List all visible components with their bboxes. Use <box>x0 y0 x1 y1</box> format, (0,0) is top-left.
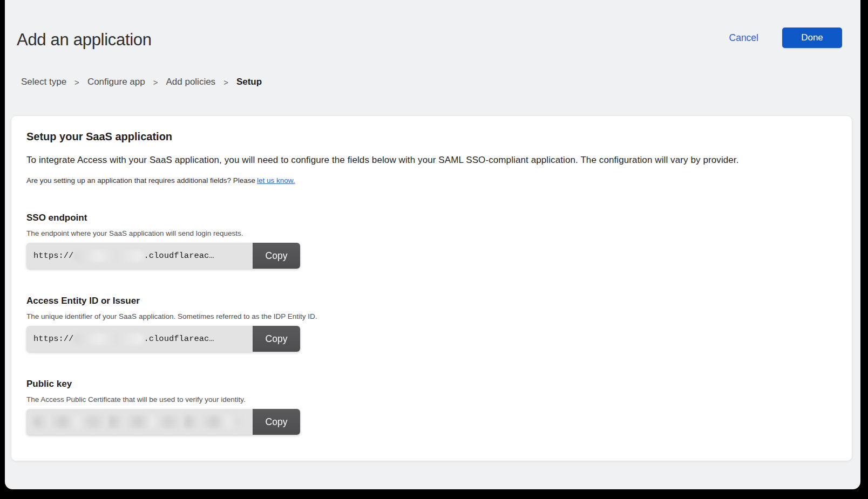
breadcrumb-step-configure-app[interactable]: Configure app <box>87 77 145 87</box>
access-entity-id-value: https://.cloudflareac… <box>26 326 253 352</box>
field-description: The unique identifier of your SaaS appli… <box>26 312 837 320</box>
breadcrumb-separator-icon: > <box>223 78 228 87</box>
section-sso-endpoint: SSO endpoint The endpoint where your Saa… <box>26 213 837 269</box>
redacted-value <box>74 250 143 262</box>
redacted-value <box>74 333 143 345</box>
breadcrumb: Select type > Configure app > Add polici… <box>5 77 860 87</box>
cancel-button[interactable]: Cancel <box>729 32 758 44</box>
sso-endpoint-value-row: https://.cloudflareac… Copy <box>26 243 300 269</box>
public-key-value-row: Copy <box>26 409 300 435</box>
page-title: Add an application <box>17 30 152 50</box>
section-public-key: Public key The Access Public Certificate… <box>26 379 837 435</box>
breadcrumb-step-select-type[interactable]: Select type <box>21 77 66 87</box>
breadcrumb-step-setup: Setup <box>236 77 262 87</box>
breadcrumb-separator-icon: > <box>153 78 158 87</box>
breadcrumb-separator-icon: > <box>74 78 79 87</box>
value-suffix: .cloudflareac… <box>144 334 214 344</box>
screenshot-frame: Add an application Cancel Done Select ty… <box>0 0 868 499</box>
field-title: Public key <box>26 379 837 389</box>
field-title: SSO endpoint <box>26 213 837 223</box>
page-header: Add an application Cancel Done <box>5 0 860 50</box>
sso-endpoint-value: https://.cloudflareac… <box>26 243 253 269</box>
setup-card: Setup your SaaS application To integrate… <box>11 115 852 461</box>
breadcrumb-step-add-policies[interactable]: Add policies <box>166 77 215 87</box>
access-entity-id-copy-button[interactable]: Copy <box>253 326 300 352</box>
header-actions: Cancel Done <box>729 28 842 48</box>
public-key-value <box>26 409 253 435</box>
section-access-entity-id: Access Entity ID or Issuer The unique id… <box>26 296 837 352</box>
field-description: The Access Public Certificate that will … <box>26 395 837 404</box>
card-heading: Setup your SaaS application <box>26 131 837 143</box>
help-prompt-text: Are you setting up an application that r… <box>26 176 255 184</box>
public-key-copy-button[interactable]: Copy <box>253 409 300 435</box>
field-title: Access Entity ID or Issuer <box>26 296 837 306</box>
sso-endpoint-copy-button[interactable]: Copy <box>253 243 300 269</box>
value-prefix: https:// <box>33 251 73 261</box>
let-us-know-link[interactable]: let us know. <box>257 176 295 184</box>
done-button[interactable]: Done <box>782 28 842 48</box>
card-intro-text: To integrate Access with your SaaS appli… <box>26 155 837 166</box>
field-description: The endpoint where your SaaS application… <box>26 229 837 237</box>
redacted-value <box>33 416 240 428</box>
access-entity-id-value-row: https://.cloudflareac… Copy <box>26 326 300 352</box>
help-line: Are you setting up an application that r… <box>26 176 837 184</box>
value-prefix: https:// <box>33 334 73 344</box>
value-suffix: .cloudflareac… <box>144 251 214 261</box>
app-window: Add an application Cancel Done Select ty… <box>5 0 860 489</box>
